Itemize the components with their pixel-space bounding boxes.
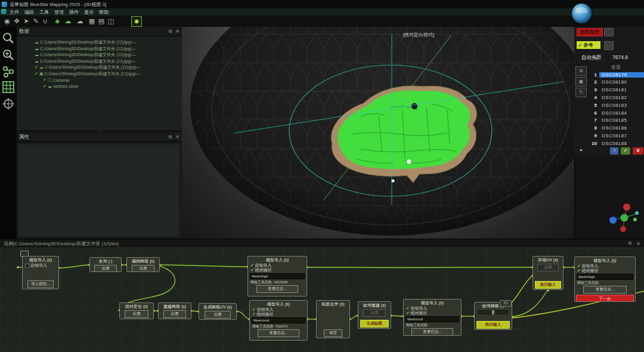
tree-row[interactable]: ☁C:/Users/Shining3D/Desktop/新建文件夹 (12)/j… [35,58,136,64]
tree-row[interactable]: ✓☁C:/Users/Shining3D/Desktop/新建文件夹 (12)/… [35,64,141,70]
edit-icon[interactable]: ✎ [31,16,41,26]
check-icon[interactable]: ✓ [250,263,253,268]
checkbox-icon[interactable] [25,264,29,268]
node-generate-uv[interactable]: 生成网格UV (s) 应用 [199,303,237,320]
camera-calibrate-button[interactable]: 相机检校 [577,28,603,36]
calibrate-option-box[interactable] [604,28,614,36]
apply-button[interactable]: 应用 [205,311,231,319]
reference-option-box[interactable] [604,41,614,50]
orbit-icon[interactable] [2,97,15,110]
photo-row[interactable]: 10DSC08188 [587,140,644,147]
photo-name[interactable]: DSC08179 [599,72,644,78]
photo-row[interactable]: 6DSC08184 [587,109,644,116]
photo-row[interactable]: 2DSC08180 [587,79,644,86]
apply-button[interactable]: 应用 [125,310,148,318]
check-icon[interactable]: ✓ [252,307,255,312]
photo-name[interactable]: DSC08187 [599,133,644,138]
texture-lamp-icon[interactable]: ✸ [131,16,142,27]
point-cloud-icon[interactable]: ☁ [63,16,73,26]
menu-item[interactable]: 工具 [39,9,49,16]
photo-name[interactable]: DSC08184 [599,110,644,116]
tree-row[interactable]: ✓▢Cameras [43,77,70,83]
menu-item[interactable]: 管理 [54,9,64,16]
tree-row[interactable]: ☁C:/Users/Shining3D/Desktop/新建文件夹 (12)/j… [35,39,136,45]
execute-input-button[interactable]: 执行输入 [476,321,510,329]
float-panel-icon[interactable]: ⧉ [169,29,172,35]
photo-row[interactable]: 4DSC08182 [587,94,644,101]
close-panel-icon[interactable]: ✕ [175,134,179,140]
menu-item[interactable]: 插件 [69,9,79,16]
tree-row[interactable]: ✓▣C:/Users/Shining3D/Desktop/新建文件夹 (12)/… [35,71,140,77]
copy-image-icon[interactable]: ⧉ [575,66,587,76]
cube-icon[interactable]: ◫ [106,16,116,26]
check-icon[interactable]: ✓ [406,306,409,311]
check-icon[interactable]: ✓ [577,264,580,268]
photo-row[interactable]: 7DSC08185 [587,117,644,124]
select-all-header[interactable]: 全选 [592,64,640,70]
save-button[interactable]: 保存 [324,329,342,337]
rotate-icon[interactable]: ↻ [575,88,587,97]
image-icon[interactable]: ▣ [575,77,587,87]
print-icon[interactable]: ▤ [97,16,106,26]
mesh-field[interactable]: Mesh/high [577,274,633,280]
float-panel-icon[interactable]: ⧉ [169,134,172,140]
node-edit-mesh[interactable]: 编辑网格 (s) 应用 [126,257,160,272]
search-icon[interactable] [2,32,15,45]
tree-row[interactable]: ☁C:/Users/Shining3D/Desktop/新建文件夹 (12)/j… [35,46,136,52]
photo-name[interactable]: DSC08181 [599,87,644,92]
tree-row[interactable]: ☁C:/Users/Shining3D/Desktop/新建文件夹 (12)/j… [35,52,136,58]
navigate-icon[interactable]: ◉ [2,16,12,26]
float-panel-icon[interactable]: ⧉ [628,240,632,246]
next-step-button[interactable]: 下一步 [576,295,634,302]
3d-viewport[interactable]: [绝对定向模式] [182,27,574,239]
photo-name[interactable]: DSC08182 [599,95,644,100]
apply-button[interactable]: 应用 [94,265,116,272]
menu-item[interactable]: 显示 [84,9,94,16]
photo-row[interactable]: 5DSC08183 [587,101,644,109]
view-info-button[interactable]: 查看信息... [411,328,453,336]
apply-button[interactable]: 应用 [163,310,187,318]
node-texture[interactable]: 纹理重建 (s) 应用 生成贴图 [358,301,391,329]
grid-edit-icon[interactable]: ▦ [87,16,97,26]
apply-button[interactable]: 应用 [132,265,155,272]
axis-dot[interactable] [635,211,639,215]
photo-row[interactable]: 3DSC08181 [587,87,644,94]
mesh-grid-icon[interactable] [2,81,15,94]
node-import-mid2[interactable]: 模型导入 (s) ✓自动导入 ✓绝对路径 Mesh/mid 网格三角面数: 查看… [403,299,462,336]
uv-icon[interactable]: ∪ [41,16,50,26]
axis-z[interactable] [609,217,617,224]
tree-row[interactable]: ✓☁vertices.clean [43,84,79,89]
refine-slider[interactable] [478,310,508,314]
zoom-in-icon[interactable] [2,48,15,61]
node-global[interactable]: 全局 (-) 应用 [89,257,122,272]
axis-x-positive[interactable] [623,203,630,211]
mesh-field[interactable]: Mesh/mid [252,317,305,323]
import-model-button[interactable]: 导入模型... [27,280,53,288]
photo-row[interactable]: 8DSC08186 [587,125,644,132]
photo-name[interactable]: DSC08180 [599,79,644,85]
close-panel-icon[interactable]: ✕ [636,241,640,246]
photo-row[interactable]: 9DSC08187 [587,132,644,139]
photo-row[interactable]: 1DSC08179 [587,71,644,78]
cloud-icon[interactable]: ☁ [75,16,85,26]
node-absolute-align[interactable]: 绝对定位 (s) 应用 [119,302,154,319]
menu-item[interactable]: 帮助 [99,9,109,16]
pick-icon[interactable]: ➤ [21,16,31,26]
reference-checkbox[interactable]: ✓ 参考 [577,41,600,49]
node-collapsed[interactable]: (-) [500,300,512,307]
help-button[interactable]: ? [610,147,618,155]
confirm-button[interactable]: ✔ [621,147,630,155]
collapse-arrow-icon[interactable]: ▲ [579,147,583,152]
axis-gizmo[interactable] [608,199,644,236]
menu-item[interactable]: 文件 [10,9,19,16]
generate-texture-button[interactable]: 生成贴图 [360,320,389,328]
view-info-button[interactable]: 查看信息... [256,285,299,293]
check-icon[interactable]: ✓ [250,268,253,273]
check-icon[interactable]: ✓ [577,268,580,273]
node-import-final[interactable]: 模型导入 (s) ✓自动导入 ✓绝对路径 Mesh/high 网格三角面数: 查… [574,257,636,302]
cancel-button[interactable]: ✘ [633,147,643,155]
photo-name[interactable]: DSC08186 [599,125,644,131]
node-graph-icon[interactable] [2,65,15,78]
mesh-field[interactable]: Mesh/high [250,273,305,279]
mesh-tree-icon[interactable]: ♣ [52,16,62,26]
